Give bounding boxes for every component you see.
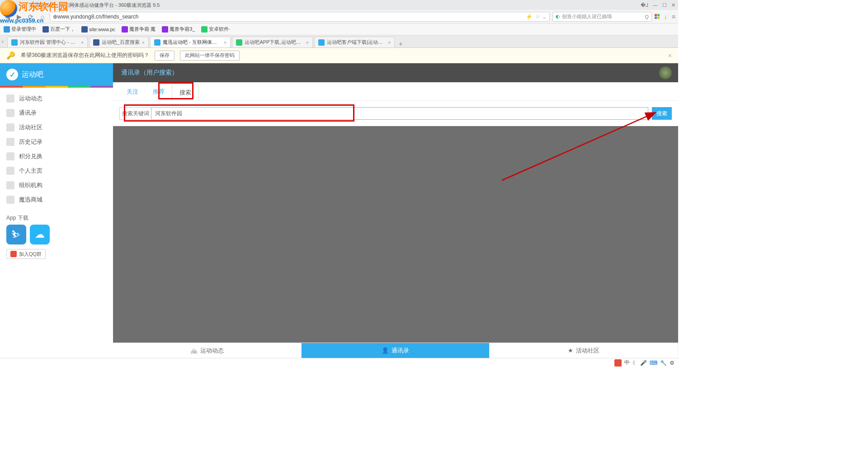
- brand-logo-icon: ✓: [6, 69, 18, 80]
- search-icon[interactable]: Q: [645, 14, 649, 19]
- tray-mic-icon[interactable]: 🎤: [640, 360, 647, 366]
- key-icon: 🔑: [6, 51, 15, 60]
- download-icon[interactable]: ↓: [664, 13, 667, 20]
- brand-label: 运动吧: [22, 70, 43, 80]
- watermark-url: www.pc0359.cn: [0, 17, 43, 24]
- avatar[interactable]: [659, 66, 672, 79]
- tray-ime-label[interactable]: 中: [624, 359, 630, 367]
- page-title-bar: 通讯录（用户搜索）: [113, 63, 678, 82]
- new-tab-button[interactable]: +: [396, 40, 405, 47]
- tray-settings-icon[interactable]: ⚙: [670, 360, 675, 366]
- mall-icon: [6, 196, 14, 204]
- page-title: 通讯录（用户搜索）: [121, 69, 178, 77]
- sidebar-item-history[interactable]: 历史记录: [0, 135, 113, 149]
- search-button[interactable]: 搜索: [652, 107, 672, 120]
- win-pin-icon[interactable]: �⅃: [641, 2, 648, 8]
- bottom-nav: 🚲运动动态 👤通讯录 ★活动社区: [113, 343, 678, 358]
- search-engine-icon: ◐: [556, 14, 560, 19]
- browser-search-input[interactable]: ◐ 创造小姐姐人设已崩塌 Q: [552, 12, 652, 22]
- win-maximize-icon[interactable]: ☐: [662, 2, 667, 8]
- sidebar-item-contacts[interactable]: 通讯录: [0, 106, 113, 120]
- menu-icon[interactable]: ≡: [672, 13, 675, 20]
- never-save-password-button[interactable]: 此网站一律不保存密码: [180, 51, 240, 61]
- close-icon[interactable]: ×: [668, 52, 672, 59]
- android-download-button[interactable]: ⛷: [6, 225, 26, 244]
- tab-search[interactable]: 搜索: [172, 85, 199, 101]
- bike-icon: 🚲: [190, 347, 198, 354]
- search-row: 搜索关键词 搜索: [113, 100, 678, 126]
- tab-close-icon[interactable]: ×: [306, 40, 308, 45]
- color-stripe: [0, 86, 113, 88]
- apps-grid-icon[interactable]: [655, 14, 660, 19]
- bookmark-item[interactable]: 魔兽争霸 魔: [122, 26, 156, 33]
- app-download-section: App 下载 ⛷ ☁ 加入QQ群: [0, 211, 113, 263]
- bookmarks-bar: 登录管理中 百度一下， site:www.pc 魔兽争霸 魔 魔兽争霸3_ 安卓…: [0, 24, 678, 35]
- browser-tab[interactable]: 魔迅运动吧 - 互联网体感运动健×: [150, 37, 231, 47]
- browser-tab[interactable]: 河东软件园 管理中心 - Powere×: [7, 37, 88, 47]
- tabs-scroll-left-icon[interactable]: ‹: [2, 38, 7, 45]
- bookmark-item[interactable]: 登录管理中: [4, 26, 36, 33]
- password-save-bar: 🔑 希望360极速浏览器保存您在此网站上使用的密码吗？ 保存 此网站一律不保存密…: [0, 48, 678, 63]
- browser-tab[interactable]: 运动吧客户端下载|运动吧名师运×: [314, 37, 395, 47]
- sidebar-item-mall[interactable]: 魔迅商城: [0, 193, 113, 207]
- app-container: ✓ 运动吧 运动动态 通讯录 活动社区 历史记录 积分兑换 个人主页 组织机构 …: [0, 63, 678, 358]
- flash-icon[interactable]: ⚡: [526, 14, 533, 20]
- sidebar-item-profile[interactable]: 个人主页: [0, 164, 113, 178]
- sidebar-brand[interactable]: ✓ 运动吧: [0, 63, 113, 86]
- browser-tabs-row: ‹ 河东软件园 管理中心 - Powere× 运动吧_百度搜索× 魔迅运动吧 -…: [0, 35, 678, 48]
- tab-close-icon[interactable]: ×: [224, 40, 226, 45]
- tab-close-icon[interactable]: ×: [388, 40, 391, 45]
- tab-close-icon[interactable]: ×: [81, 40, 84, 45]
- bottom-nav-contacts[interactable]: 👤通讯录: [302, 343, 490, 358]
- ios-download-button[interactable]: ☁: [30, 225, 50, 244]
- sidebar-item-org[interactable]: 组织机构: [0, 178, 113, 193]
- results-area: [113, 126, 678, 358]
- sub-tabs: 关注 推荐 搜索: [113, 82, 678, 100]
- win-close-icon[interactable]: ✕: [671, 2, 675, 8]
- profile-icon: [6, 167, 14, 175]
- tray-tool-icon[interactable]: 🔧: [660, 360, 667, 366]
- bottom-nav-feed[interactable]: 🚲运动动态: [113, 343, 302, 358]
- address-bar-row: ◀ ▶ ⟳ ⌂ ⊕ www.yundong8.cn/friends_search…: [0, 10, 678, 24]
- system-tray: 中 ☾ 🎤 ⌨ 🔧 ⚙: [0, 358, 678, 367]
- join-qq-button[interactable]: 加入QQ群: [6, 249, 46, 259]
- tab-follow[interactable]: 关注: [119, 84, 146, 100]
- star-icon: ★: [568, 347, 573, 354]
- window-title: 魔迅运动吧 - 互联网体感运动健身平台 - 360极速浏览器 9.5: [3, 2, 641, 9]
- bookmark-item[interactable]: site:www.pc: [81, 26, 115, 33]
- community-icon: [6, 123, 14, 132]
- search-keyword-label: 搜索关键词: [119, 107, 151, 120]
- tab-recommend[interactable]: 推荐: [146, 84, 172, 100]
- qq-icon: [10, 251, 17, 257]
- bookmark-item[interactable]: 魔兽争霸3_: [162, 26, 195, 33]
- bookmark-item[interactable]: 安卓软件·: [201, 26, 230, 33]
- contacts-icon: [6, 109, 14, 117]
- tray-sogou-icon[interactable]: [614, 359, 622, 367]
- password-prompt-text: 希望360极速浏览器保存您在此网站上使用的密码吗？: [21, 52, 149, 59]
- address-url: www.yundong8.cn/friends_search: [57, 14, 138, 20]
- save-password-button[interactable]: 保存: [155, 51, 175, 61]
- browser-tab[interactable]: 运动吧_百度搜索×: [89, 37, 149, 47]
- history-icon: [6, 138, 14, 146]
- search-input[interactable]: [151, 107, 648, 120]
- watermark-cn: 河东软件园: [19, 1, 68, 12]
- person-icon: 👤: [382, 347, 389, 354]
- bookmark-item[interactable]: 百度一下，: [42, 26, 75, 33]
- sidebar-item-feed[interactable]: 运动动态: [0, 91, 113, 106]
- tray-moon-icon[interactable]: ☾: [632, 360, 637, 366]
- tab-close-icon[interactable]: ×: [142, 40, 145, 45]
- star-icon[interactable]: ☆: [535, 14, 540, 20]
- browser-tab[interactable]: 运动吧APP下载,运动吧官方客户×: [232, 37, 312, 47]
- sidebar-item-community[interactable]: 活动社区: [0, 120, 113, 135]
- window-controls: �⅃ — ☐ ✕: [641, 2, 675, 8]
- win-minimize-icon[interactable]: —: [653, 2, 658, 8]
- points-icon: [6, 152, 14, 160]
- tray-keyboard-icon[interactable]: ⌨: [650, 360, 657, 366]
- org-icon: [6, 181, 14, 189]
- sidebar-item-points[interactable]: 积分兑换: [0, 149, 113, 164]
- sub-tabs-area: 关注 推荐 搜索 搜索关键词 搜索: [113, 82, 678, 126]
- bottom-nav-community[interactable]: ★活动社区: [490, 343, 678, 358]
- chevron-down-icon[interactable]: ⌄: [542, 14, 547, 20]
- address-input[interactable]: ⊕ www.yundong8.cn/friends_search ⚡ ☆ ⌄: [50, 12, 550, 22]
- sidebar-menu: 运动动态 通讯录 活动社区 历史记录 积分兑换 个人主页 组织机构 魔迅商城: [0, 88, 113, 211]
